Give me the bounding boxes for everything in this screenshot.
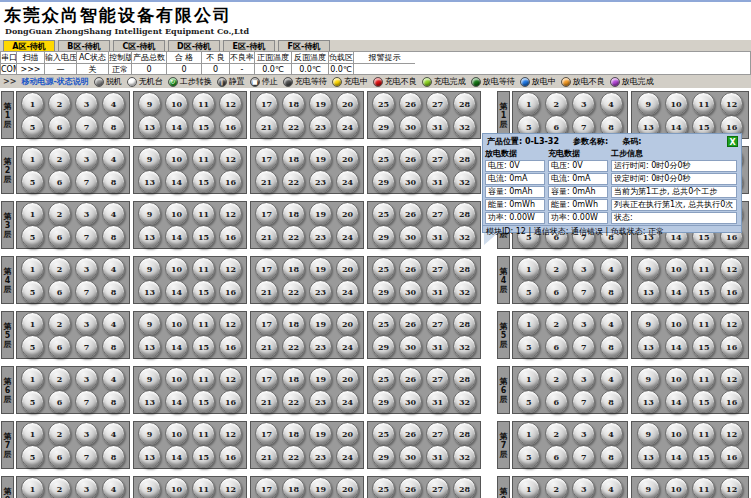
- left-cell-r5-18[interactable]: 18: [282, 312, 305, 335]
- left-cell-r1-28[interactable]: 28: [453, 92, 476, 115]
- left-cell-r1-14[interactable]: 14: [165, 115, 188, 138]
- left-cell-r8-25[interactable]: 25: [372, 477, 395, 498]
- left-cell-r5-32[interactable]: 32: [453, 335, 476, 358]
- right-cell-r5-10[interactable]: 10: [665, 312, 688, 335]
- left-cell-r2-8[interactable]: 8: [102, 170, 125, 193]
- right-cell-r8-11[interactable]: 11: [692, 477, 715, 498]
- left-cell-r2-19[interactable]: 19: [309, 147, 332, 170]
- left-cell-r8-10[interactable]: 10: [165, 477, 188, 498]
- left-cell-r3-15[interactable]: 15: [192, 225, 215, 248]
- left-cell-r7-28[interactable]: 28: [453, 422, 476, 445]
- left-cell-r8-1[interactable]: 1: [21, 477, 44, 498]
- left-cell-r7-19[interactable]: 19: [309, 422, 332, 445]
- left-cell-r6-1[interactable]: 1: [21, 367, 44, 390]
- left-cell-r7-22[interactable]: 22: [282, 445, 305, 468]
- right-cell-r7-5[interactable]: 5: [517, 445, 540, 468]
- right-cell-r5-13[interactable]: 13: [637, 335, 660, 358]
- right-cell-r5-15[interactable]: 15: [692, 335, 715, 358]
- left-cell-r6-19[interactable]: 19: [309, 367, 332, 390]
- left-cell-r2-4[interactable]: 4: [102, 147, 125, 170]
- left-cell-r5-8[interactable]: 8: [102, 335, 125, 358]
- right-cell-r5-4[interactable]: 4: [600, 312, 623, 335]
- left-cell-r2-5[interactable]: 5: [21, 170, 44, 193]
- left-cell-r2-2[interactable]: 2: [48, 147, 71, 170]
- left-cell-r4-25[interactable]: 25: [372, 257, 395, 280]
- left-cell-r3-21[interactable]: 21: [255, 225, 278, 248]
- right-cell-r4-16[interactable]: 16: [720, 280, 743, 303]
- left-cell-r2-10[interactable]: 10: [165, 147, 188, 170]
- left-cell-r7-25[interactable]: 25: [372, 422, 395, 445]
- left-cell-r6-12[interactable]: 12: [219, 367, 242, 390]
- left-cell-r7-14[interactable]: 14: [165, 445, 188, 468]
- left-cell-r5-14[interactable]: 14: [165, 335, 188, 358]
- left-cell-r6-18[interactable]: 18: [282, 367, 305, 390]
- left-cell-r3-29[interactable]: 29: [372, 225, 395, 248]
- left-cell-r2-13[interactable]: 13: [138, 170, 161, 193]
- right-cell-r6-7[interactable]: 7: [572, 390, 595, 413]
- left-cell-r6-25[interactable]: 25: [372, 367, 395, 390]
- left-cell-r5-5[interactable]: 5: [21, 335, 44, 358]
- left-cell-r3-18[interactable]: 18: [282, 202, 305, 225]
- left-cell-r2-29[interactable]: 29: [372, 170, 395, 193]
- left-cell-r2-12[interactable]: 12: [219, 147, 242, 170]
- right-cell-r5-14[interactable]: 14: [665, 335, 688, 358]
- right-cell-r4-14[interactable]: 14: [665, 280, 688, 303]
- left-cell-r1-4[interactable]: 4: [102, 92, 125, 115]
- left-cell-r7-16[interactable]: 16: [219, 445, 242, 468]
- left-cell-r3-20[interactable]: 20: [336, 202, 359, 225]
- left-cell-r2-3[interactable]: 3: [75, 147, 98, 170]
- left-cell-r3-28[interactable]: 28: [453, 202, 476, 225]
- left-cell-r4-18[interactable]: 18: [282, 257, 305, 280]
- left-cell-r1-3[interactable]: 3: [75, 92, 98, 115]
- left-cell-r1-18[interactable]: 18: [282, 92, 305, 115]
- left-cell-r6-26[interactable]: 26: [399, 367, 422, 390]
- right-cell-r5-16[interactable]: 16: [720, 335, 743, 358]
- left-cell-r6-13[interactable]: 13: [138, 390, 161, 413]
- left-cell-r3-30[interactable]: 30: [399, 225, 422, 248]
- left-cell-r4-29[interactable]: 29: [372, 280, 395, 303]
- left-cell-r4-24[interactable]: 24: [336, 280, 359, 303]
- left-cell-r3-26[interactable]: 26: [399, 202, 422, 225]
- left-cell-r4-9[interactable]: 9: [138, 257, 161, 280]
- left-cell-r6-4[interactable]: 4: [102, 367, 125, 390]
- left-cell-r3-27[interactable]: 27: [426, 202, 449, 225]
- left-cell-r4-19[interactable]: 19: [309, 257, 332, 280]
- left-cell-r5-31[interactable]: 31: [426, 335, 449, 358]
- left-cell-r4-26[interactable]: 26: [399, 257, 422, 280]
- right-cell-r1-10[interactable]: 10: [665, 92, 688, 115]
- left-cell-r7-31[interactable]: 31: [426, 445, 449, 468]
- left-cell-r6-30[interactable]: 30: [399, 390, 422, 413]
- left-cell-r5-15[interactable]: 15: [192, 335, 215, 358]
- left-cell-r7-23[interactable]: 23: [309, 445, 332, 468]
- left-cell-r1-22[interactable]: 22: [282, 115, 305, 138]
- left-cell-r4-13[interactable]: 13: [138, 280, 161, 303]
- left-cell-r7-15[interactable]: 15: [192, 445, 215, 468]
- left-cell-r7-10[interactable]: 10: [165, 422, 188, 445]
- left-cell-r7-18[interactable]: 18: [282, 422, 305, 445]
- left-cell-r6-6[interactable]: 6: [48, 390, 71, 413]
- right-cell-r6-11[interactable]: 11: [692, 367, 715, 390]
- left-cell-r1-9[interactable]: 9: [138, 92, 161, 115]
- right-cell-r4-9[interactable]: 9: [637, 257, 660, 280]
- left-cell-r4-20[interactable]: 20: [336, 257, 359, 280]
- left-cell-r2-17[interactable]: 17: [255, 147, 278, 170]
- left-cell-r2-26[interactable]: 26: [399, 147, 422, 170]
- left-cell-r1-20[interactable]: 20: [336, 92, 359, 115]
- right-cell-r7-12[interactable]: 12: [720, 422, 743, 445]
- left-cell-r5-4[interactable]: 4: [102, 312, 125, 335]
- left-cell-r5-10[interactable]: 10: [165, 312, 188, 335]
- right-cell-r7-10[interactable]: 10: [665, 422, 688, 445]
- right-cell-r7-3[interactable]: 3: [572, 422, 595, 445]
- left-cell-r1-5[interactable]: 5: [21, 115, 44, 138]
- right-cell-r8-4[interactable]: 4: [600, 477, 623, 498]
- left-cell-r3-9[interactable]: 9: [138, 202, 161, 225]
- left-cell-r3-12[interactable]: 12: [219, 202, 242, 225]
- tab-zone-2[interactable]: C区-待机: [113, 40, 165, 51]
- left-cell-r3-3[interactable]: 3: [75, 202, 98, 225]
- left-cell-r3-2[interactable]: 2: [48, 202, 71, 225]
- left-cell-r5-28[interactable]: 28: [453, 312, 476, 335]
- left-cell-r4-17[interactable]: 17: [255, 257, 278, 280]
- left-cell-r2-7[interactable]: 7: [75, 170, 98, 193]
- right-cell-r1-9[interactable]: 9: [637, 92, 660, 115]
- right-cell-r1-3[interactable]: 3: [572, 92, 595, 115]
